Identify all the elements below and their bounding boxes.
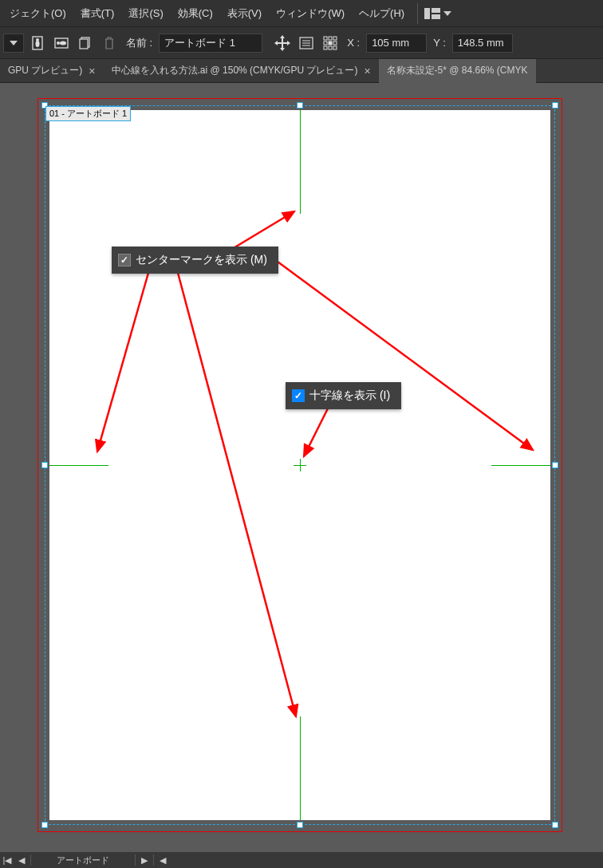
close-icon[interactable]: × (364, 65, 370, 77)
svg-rect-19 (329, 41, 332, 45)
orientation-landscape-icon[interactable] (51, 33, 72, 53)
artboard-name-input[interactable] (159, 34, 262, 53)
orientation-portrait-icon[interactable] (27, 33, 48, 53)
separator (135, 854, 136, 866)
delete-artboard-icon[interactable] (99, 33, 120, 53)
tab-bar: GPU プレビュー) × 中心線を入れる方法.ai @ 150% (CMYK/G… (0, 59, 603, 83)
control-bar: 名前 : X : Y : (0, 27, 603, 59)
first-artboard-icon[interactable]: |◀ (0, 855, 14, 866)
prev-artboard-icon[interactable]: ◀ (14, 855, 29, 866)
status-artboard-label: アートボード (57, 854, 109, 866)
center-mark-right (491, 465, 550, 466)
svg-rect-21 (324, 46, 327, 49)
svg-point-8 (57, 41, 60, 45)
svg-rect-17 (333, 37, 337, 40)
scroll-left-icon[interactable]: ◀ (156, 855, 170, 866)
menu-effect[interactable]: 効果(C) (171, 3, 219, 24)
chevron-down-icon[interactable] (442, 6, 453, 21)
option-label: センターマークを表示 (M) (136, 253, 267, 267)
menu-select[interactable]: 選択(S) (122, 3, 169, 24)
name-label: 名前 : (126, 36, 152, 50)
menu-object[interactable]: ジェクト(O) (3, 3, 73, 24)
svg-rect-20 (333, 41, 337, 45)
svg-rect-18 (324, 41, 327, 45)
menu-window[interactable]: ウィンドウ(W) (270, 3, 351, 24)
x-label: X : (347, 37, 360, 49)
y-coord-input[interactable] (452, 34, 513, 53)
svg-rect-16 (329, 37, 332, 40)
menu-view[interactable]: 表示(V) (221, 3, 268, 24)
center-mark-left (49, 465, 108, 466)
crosshair-v (300, 459, 301, 471)
tab-2-active[interactable]: 名称未設定-5* @ 84.66% (CMYK (379, 59, 536, 83)
tab-label: 名称未設定-5* @ 84.66% (CMYK (387, 64, 528, 77)
svg-rect-10 (80, 39, 88, 49)
x-coord-input[interactable] (366, 34, 427, 53)
svg-point-4 (36, 41, 40, 47)
close-icon[interactable]: × (89, 65, 95, 77)
next-artboard-icon[interactable]: ▶ (137, 855, 152, 866)
canvas-area[interactable]: 01 - アートボード 1 ✓ センターマークを表示 (M) ✓ 十字線を表示 … (0, 83, 603, 852)
status-bar: |◀ ◀ アートボード ▶ ◀ (0, 852, 603, 868)
arrange-docs-icon[interactable] (424, 6, 440, 21)
y-label: Y : (433, 37, 446, 49)
svg-rect-2 (432, 14, 440, 19)
svg-point-7 (60, 41, 66, 45)
svg-rect-0 (424, 8, 430, 19)
tab-0[interactable]: GPU プレビュー) × (0, 59, 104, 83)
move-artwork-icon[interactable] (272, 33, 293, 53)
menu-separator (417, 3, 418, 24)
center-mark-top (300, 110, 301, 214)
menu-help[interactable]: ヘルプ(H) (353, 3, 411, 24)
svg-rect-22 (329, 46, 332, 49)
menu-bar: ジェクト(O) 書式(T) 選択(S) 効果(C) 表示(V) ウィンドウ(W)… (0, 0, 603, 27)
center-mark-bottom (300, 716, 301, 820)
tab-label: GPU プレビュー) (8, 64, 82, 77)
preset-dropdown[interactable] (3, 34, 24, 53)
option-show-center-mark[interactable]: ✓ センターマークを表示 (M) (112, 247, 278, 274)
svg-rect-15 (324, 37, 327, 40)
option-show-crosshair[interactable]: ✓ 十字線を表示 (I) (286, 382, 401, 409)
menu-format[interactable]: 書式(T) (74, 3, 121, 24)
checkbox-icon[interactable]: ✓ (118, 254, 131, 266)
separator (153, 854, 154, 866)
separator (30, 854, 31, 866)
artboard-options-icon[interactable] (296, 33, 317, 53)
svg-rect-23 (333, 46, 337, 49)
artboard-label[interactable]: 01 - アートボード 1 (45, 106, 131, 121)
svg-rect-1 (432, 8, 440, 13)
artboard[interactable]: 01 - アートボード 1 ✓ センターマークを表示 (M) ✓ 十字線を表示 … (38, 99, 562, 831)
option-label: 十字線を表示 (I) (309, 389, 390, 403)
checkbox-icon[interactable]: ✓ (292, 389, 305, 402)
tab-1[interactable]: 中心線を入れる方法.ai @ 150% (CMYK/GPU プレビュー) × (104, 59, 379, 83)
reference-point-icon[interactable] (320, 33, 341, 53)
svg-point-5 (36, 38, 39, 41)
tab-label: 中心線を入れる方法.ai @ 150% (CMYK/GPU プレビュー) (112, 64, 358, 77)
new-artboard-icon[interactable] (75, 33, 96, 53)
